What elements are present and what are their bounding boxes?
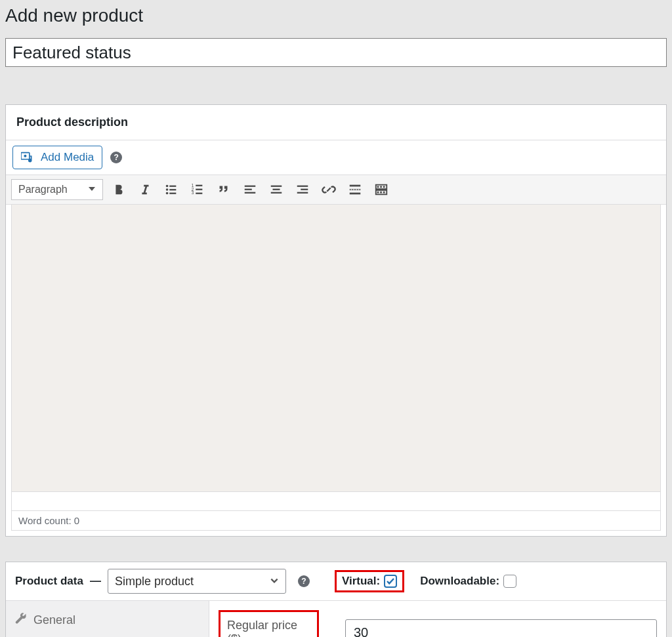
- regular-price-input[interactable]: [345, 619, 657, 637]
- svg-rect-13: [196, 193, 202, 194]
- format-select[interactable]: Paragraph: [11, 179, 103, 200]
- toolbar-toggle-button[interactable]: [371, 179, 392, 200]
- svg-rect-27: [377, 186, 379, 188]
- blockquote-button[interactable]: [213, 179, 234, 200]
- product-description-panel: Product description Add Media ? Paragrap…: [5, 104, 667, 537]
- wrench-icon: [15, 613, 27, 628]
- product-data-panel: Product data — Simple product ? Virtual:…: [5, 562, 667, 637]
- svg-rect-7: [169, 193, 176, 194]
- camera-music-icon: [21, 151, 35, 164]
- align-right-button[interactable]: [292, 179, 313, 200]
- regular-price-label: Regular price ($): [219, 610, 319, 637]
- description-heading: Product description: [6, 105, 666, 140]
- help-icon[interactable]: ?: [110, 152, 122, 163]
- page-title: Add new product: [5, 5, 667, 26]
- svg-point-6: [166, 192, 169, 195]
- read-more-button[interactable]: [345, 179, 366, 200]
- tab-general-label: General: [33, 613, 75, 627]
- svg-rect-16: [245, 192, 256, 194]
- svg-rect-17: [271, 186, 282, 187]
- product-type-help-icon[interactable]: ?: [298, 575, 310, 587]
- product-data-fields: Regular price ($): [209, 601, 666, 637]
- add-media-button[interactable]: Add Media: [12, 146, 102, 169]
- svg-rect-21: [301, 189, 308, 190]
- product-data-label: Product data: [15, 575, 83, 588]
- svg-rect-14: [245, 186, 256, 187]
- chevron-down-icon: [270, 575, 279, 588]
- svg-rect-3: [169, 186, 176, 187]
- product-data-separator: —: [90, 575, 101, 588]
- svg-rect-29: [383, 186, 385, 188]
- tab-general[interactable]: General: [6, 601, 209, 637]
- format-select-label: Paragraph: [18, 184, 68, 195]
- bulleted-list-button[interactable]: [161, 179, 182, 200]
- svg-rect-23: [350, 185, 361, 187]
- word-count: Word count: 0: [11, 510, 661, 531]
- regular-price-row: Regular price ($): [219, 610, 657, 637]
- svg-rect-15: [245, 189, 252, 190]
- caret-down-icon: [88, 184, 96, 195]
- downloadable-checkbox[interactable]: [503, 575, 516, 588]
- numbered-list-button[interactable]: 123: [187, 179, 208, 200]
- virtual-label: Virtual:: [342, 575, 380, 588]
- svg-rect-20: [297, 186, 308, 187]
- product-type-selected: Simple product: [115, 575, 194, 588]
- product-data-header: Product data — Simple product ? Virtual:…: [6, 562, 666, 601]
- svg-rect-25: [350, 193, 361, 195]
- italic-button[interactable]: [135, 179, 156, 200]
- editor-toolbar: Paragraph 123: [6, 175, 666, 205]
- downloadable-label: Downloadable:: [420, 575, 499, 588]
- add-media-label: Add Media: [41, 151, 94, 164]
- svg-rect-33: [383, 192, 385, 194]
- svg-rect-5: [169, 189, 176, 190]
- virtual-group: Virtual:: [335, 570, 404, 592]
- product-data-body: General Regular price ($): [6, 601, 666, 637]
- downloadable-group: Downloadable:: [420, 575, 516, 588]
- svg-point-1: [24, 155, 26, 157]
- align-center-button[interactable]: [266, 179, 287, 200]
- product-type-select[interactable]: Simple product: [108, 569, 286, 594]
- editor-content-area[interactable]: [11, 205, 661, 492]
- svg-rect-9: [196, 185, 202, 186]
- virtual-checkbox[interactable]: [384, 575, 397, 588]
- svg-rect-11: [196, 189, 202, 190]
- product-data-tabs: General: [6, 601, 209, 637]
- svg-rect-32: [380, 192, 382, 194]
- bold-button[interactable]: [108, 179, 129, 200]
- svg-rect-18: [273, 189, 280, 190]
- svg-rect-28: [380, 186, 382, 188]
- editor-bottom-gap: [11, 492, 661, 510]
- media-row: Add Media ?: [6, 140, 666, 175]
- align-left-button[interactable]: [240, 179, 261, 200]
- svg-rect-31: [377, 192, 379, 194]
- svg-rect-19: [271, 192, 282, 194]
- svg-point-2: [166, 185, 169, 188]
- link-button[interactable]: [318, 179, 339, 200]
- product-name-input[interactable]: [5, 38, 667, 67]
- svg-point-4: [166, 188, 169, 191]
- svg-text:3: 3: [192, 190, 194, 195]
- svg-rect-22: [297, 192, 308, 194]
